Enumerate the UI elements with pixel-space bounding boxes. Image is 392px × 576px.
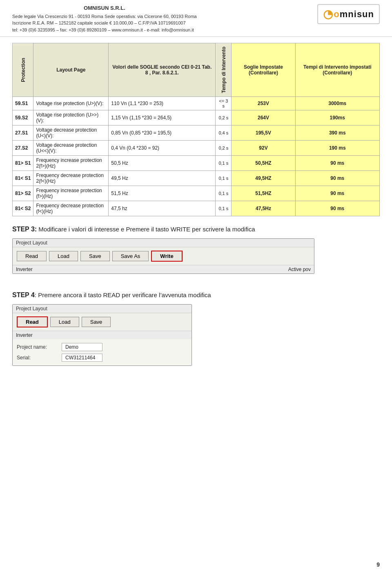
row-soglie: 50,5HZ — [232, 155, 295, 170]
row-tempo: 0,2 s — [216, 140, 232, 155]
row-layout: Voltage rise protection (U>>)(V): — [33, 110, 109, 125]
project-row: Project name: Demo — [17, 342, 187, 352]
row-soglie: 51,5HZ — [232, 186, 295, 201]
row-tempi: 3000ms — [295, 96, 379, 110]
col-volori: Volori delle SOGLIE secondo CEI 0-21 Tab… — [109, 43, 216, 97]
step4-label: STEP 4 — [12, 291, 35, 298]
row-tempi: 90 ms — [295, 155, 379, 170]
table-row: 81< S2 Frequency decrease protection (f<… — [13, 201, 380, 216]
project-layout-2-footer: Inverter — [13, 331, 192, 339]
col-protection: Protection — [13, 43, 33, 97]
logo-mnisun: mnisun — [340, 9, 374, 19]
row-id: 59.S2 — [13, 110, 33, 125]
logo-o: o — [334, 9, 339, 19]
row-soglie: 49,5HZ — [232, 170, 295, 186]
row-tempi: 390 ms — [295, 125, 379, 140]
row-value: Demo — [62, 343, 102, 351]
footer-active-1: Active pov — [288, 267, 311, 272]
step3-text: STEP 3: Modificare i valori di interesse… — [12, 224, 380, 234]
row-volori: 49,5 Hz — [109, 170, 216, 186]
protection-table: Protection Layout Page Volori delle SOGL… — [12, 43, 380, 216]
load-button-2[interactable]: Load — [50, 317, 79, 327]
row-volori: 110 Vn (1,1 *230 = 253) — [109, 96, 216, 110]
project-layout-2: Project Layout Read Load Save Inverter P… — [12, 304, 192, 366]
save-button-2[interactable]: Save — [82, 317, 111, 327]
save-button-1[interactable]: Save — [80, 251, 110, 261]
logo-c-icon: ◔ — [323, 7, 333, 21]
company-name: OMNISUN S.R.L. — [12, 4, 197, 12]
row-volori: 51,5 Hz — [109, 186, 216, 201]
row-layout: Frequency increase protection (f>)(Hz) — [33, 186, 109, 201]
project-layout-1-toolbar: Read Load Save Save As Write — [13, 247, 314, 265]
footer-inverter-2: Inverter — [16, 332, 33, 338]
row-soglie: 253V — [232, 96, 295, 110]
col-tempo: Tempo di Intervento — [216, 43, 232, 97]
write-button-1[interactable]: Write — [151, 251, 182, 262]
project-layout-2-toolbar: Read Load Save — [13, 313, 192, 331]
step3-label: STEP 3: — [12, 226, 37, 233]
row-tempi: 90 ms — [295, 201, 379, 216]
read-button-1[interactable]: Read — [17, 251, 47, 261]
row-volori: 50,5 Hz — [109, 155, 216, 170]
logo-text: omnisun — [334, 9, 374, 20]
row-id: 27.S2 — [13, 140, 33, 155]
main-content: Protection Layout Page Volori delle SOGL… — [0, 37, 392, 381]
row-tempo: 0,1 s — [216, 155, 232, 170]
row-soglie: 195,5V — [232, 125, 295, 140]
row-id: 81> S2 — [13, 186, 33, 201]
project-layout-1-footer: Inverter Active pov — [13, 265, 314, 273]
row-id: 59.S1 — [13, 96, 33, 110]
col-soglie: Soglie Impostate (Controllare) — [232, 43, 295, 97]
row-soglie: 47,5Hz — [232, 201, 295, 216]
table-row: 81< S1 Frequency decrease protection 2(f… — [13, 170, 380, 186]
table-row: 81> S2 Frequency increase protection (f>… — [13, 186, 380, 201]
row-tempo: 0,1 s — [216, 186, 232, 201]
row-volori: 0,85 Vn (0,85 *230 = 195,5) — [109, 125, 216, 140]
address-line1: Sede legale Via Crescenzio 91 - 00193 Ro… — [12, 14, 197, 19]
address-line2: Iscrizione R.E.A. RM – 1252182 capitale … — [12, 20, 186, 25]
row-tempi: 190 ms — [295, 140, 379, 155]
project-layout-1-title: Project Layout — [13, 239, 314, 247]
row-tempi: 90 ms — [295, 186, 379, 201]
row-layout: Frequency decrease protection (f<)(Hz) — [33, 201, 109, 216]
footer-inverter-1: Inverter — [16, 267, 33, 272]
row-tempi: 190ms — [295, 110, 379, 125]
read-button-2[interactable]: Read — [17, 316, 48, 327]
col-layout-page: Layout Page — [33, 43, 109, 97]
table-row: 27.S1 Voltage decrease protection (U<)(V… — [13, 125, 380, 140]
row-soglie: 92V — [232, 140, 295, 155]
row-volori: 1,15 Vn (1,15 *230 = 264,5) — [109, 110, 216, 125]
row-layout: Voltage decrease protection (U<)(V): — [33, 125, 109, 140]
row-layout: Frequency increase protection 2(f>)(Hz) — [33, 155, 109, 170]
row-volori: 0,4 Vn (0,4 *230 = 92) — [109, 140, 216, 155]
save-as-button-1[interactable]: Save As — [112, 251, 149, 261]
step4-content: : Premere ancora il tasto READ per verif… — [35, 291, 211, 298]
page-number: 9 — [376, 561, 380, 568]
row-volori: 47,5 hz — [109, 201, 216, 216]
row-soglie: 264V — [232, 110, 295, 125]
page-header: OMNISUN S.R.L. Sede legale Via Crescenzi… — [0, 0, 392, 37]
row-id: 81< S2 — [13, 201, 33, 216]
row-layout: Voltage decrease protection (U<<)(V): — [33, 140, 109, 155]
table-row: 27.S2 Voltage decrease protection (U<<)(… — [13, 140, 380, 155]
project-layout-1: Project Layout Read Load Save Save As Wr… — [12, 238, 314, 274]
row-tempi: 90 ms — [295, 170, 379, 186]
project-layout-2-rows: Project name: Demo Serial: CW31211464 — [13, 339, 192, 365]
row-id: 81< S1 — [13, 170, 33, 186]
row-id: 27.S1 — [13, 125, 33, 140]
row-label: Project name: — [17, 344, 62, 350]
row-layout: Voltage rise protection (U>)(V): — [33, 96, 109, 110]
row-layout: Frequency decrease protection 2(f<)(Hz) — [33, 170, 109, 186]
row-label: Serial: — [17, 355, 62, 361]
load-button-1[interactable]: Load — [49, 251, 78, 261]
row-tempo: 0,2 s — [216, 110, 232, 125]
row-tempo: <= 3 s — [216, 96, 232, 110]
company-logo: ◔ omnisun — [317, 4, 380, 24]
step3-content: Modificare i valori di interesse e Preme… — [37, 226, 255, 233]
row-tempo: 0,4 s — [216, 125, 232, 140]
project-layout-2-title: Project Layout — [13, 305, 192, 313]
row-value: CW31211464 — [62, 354, 102, 362]
project-row: Serial: CW31211464 — [17, 352, 187, 363]
row-tempo: 0,1 s — [216, 170, 232, 186]
row-tempo: 0,1 s — [216, 201, 232, 216]
